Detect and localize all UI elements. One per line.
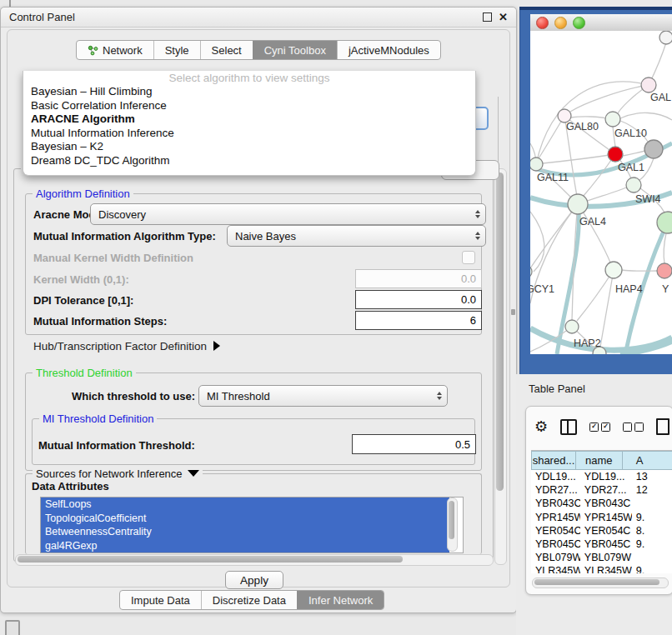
- network-node-label: GAL4: [579, 216, 606, 228]
- table-panel: ⚙ ✓✓ shared...nameAYDL19...YDL19...13YDR…: [525, 406, 672, 595]
- network-node-swi4[interactable]: [626, 178, 641, 192]
- table-settings-gear-icon[interactable]: ⚙: [534, 419, 548, 434]
- tab-style[interactable]: Style: [153, 41, 200, 59]
- table-row[interactable]: YDL19...YDL19...13: [531, 470, 672, 483]
- mi-type-combo[interactable]: Naive Bayes: [227, 225, 486, 247]
- control-panel-tabbar: Network Style Select Cyni Toolbox jActiv…: [76, 40, 441, 60]
- window-title: Control Panel: [9, 11, 75, 23]
- tab-discretize-data[interactable]: Discretize Data: [201, 591, 297, 609]
- data-attribute-item[interactable]: BetweennessCentrality: [41, 525, 449, 539]
- export-table-icon[interactable]: [656, 418, 669, 435]
- settings-vertical-scrollbar[interactable]: [494, 168, 507, 565]
- top-edge-artifact: [9, 0, 11, 7]
- network-window-titlebar[interactable]: [530, 14, 672, 32]
- table-row[interactable]: YER054CYER054C8.: [531, 524, 672, 538]
- table-cell: YDR27...: [580, 483, 632, 497]
- zoom-traffic-light-icon[interactable]: [573, 17, 585, 29]
- aracne-mode-combo[interactable]: Discovery: [90, 203, 486, 225]
- tab-network[interactable]: Network: [77, 41, 153, 59]
- table-cell: 9.: [632, 511, 672, 524]
- data-attributes-label: Data Attributes: [32, 480, 109, 492]
- mi-steps-field[interactable]: 6: [355, 311, 482, 330]
- dpi-tolerance-label: DPI Tolerance [0,1]:: [33, 294, 133, 307]
- close-traffic-light-icon[interactable]: [536, 17, 549, 29]
- network-node-gal[interactable]: [641, 78, 656, 92]
- algorithm-option[interactable]: Dream8 DC_TDC Algorithm: [23, 154, 475, 168]
- table-cell: YDR27...: [531, 483, 580, 497]
- tab-impute-data[interactable]: Impute Data: [120, 591, 201, 609]
- minimize-traffic-light-icon[interactable]: [554, 17, 567, 29]
- network-node-hap2[interactable]: [565, 320, 579, 333]
- table-row[interactable]: YBL079WYBL079W: [531, 551, 672, 564]
- network-node[interactable]: [657, 212, 672, 233]
- table-horizontal-scrollbar[interactable]: [532, 578, 669, 588]
- table-row[interactable]: YBR043CYBR043C: [531, 497, 672, 510]
- settings-horizontal-scrollbar[interactable]: [15, 554, 494, 566]
- tab-jactivemnodules[interactable]: jActiveMNodules: [337, 41, 440, 59]
- expand-right-icon[interactable]: [213, 341, 220, 351]
- data-attribute-item[interactable]: gal4RGexp: [41, 539, 449, 553]
- table-cell: YBL079W: [531, 551, 580, 564]
- network-edge: [570, 85, 649, 112]
- tab-select[interactable]: Select: [200, 41, 253, 59]
- network-node-label: GCY1: [530, 283, 554, 295]
- table-column-header[interactable]: name: [576, 451, 623, 470]
- column-visibility-icon[interactable]: [560, 419, 577, 435]
- network-node-gal4[interactable]: [568, 194, 588, 214]
- table-row[interactable]: YLR345WYLR345W9.: [531, 564, 672, 573]
- network-node-y[interactable]: [657, 263, 672, 278]
- table-column-header[interactable]: A: [623, 451, 672, 470]
- network-edge: [622, 270, 657, 271]
- combo-spinner-icon: [432, 387, 446, 405]
- mi-threshold-label: Mutual Information Threshold:: [38, 439, 195, 452]
- network-node-gal10[interactable]: [605, 112, 620, 127]
- kernel-width-field[interactable]: 0.0: [355, 269, 482, 288]
- hub-section-label[interactable]: Hub/Transcription Factor Definition: [33, 340, 220, 352]
- table-cell: YER054C: [531, 524, 580, 538]
- algorithm-option[interactable]: Bayesian – K2: [23, 140, 475, 154]
- select-all-icon[interactable]: ✓✓: [589, 422, 610, 432]
- table-cell: 8.: [632, 524, 672, 538]
- network-canvas[interactable]: GALGAL80GAL10GAL1GAL11SWI4GAL4GCY1HAP4YH…: [530, 31, 672, 354]
- table-row[interactable]: YBR045CYBR045C9.: [531, 538, 672, 551]
- deselect-all-icon[interactable]: [623, 422, 644, 432]
- algorithm-option[interactable]: Mutual Information Inference: [23, 127, 475, 141]
- network-node[interactable]: [644, 140, 663, 158]
- minimized-panel-icon[interactable]: [5, 620, 20, 635]
- combo-spinner-icon: [470, 227, 484, 245]
- sources-group-title[interactable]: Sources for Network Inference: [33, 468, 203, 480]
- tab-infer-network[interactable]: Infer Network: [297, 591, 384, 609]
- table-column-header[interactable]: shared...: [531, 451, 576, 470]
- network-edge: [543, 154, 615, 163]
- network-node-gal11[interactable]: [530, 158, 543, 171]
- algorithm-dropdown: Select algorithm to view settings Bayesi…: [23, 71, 476, 176]
- dpi-tolerance-field[interactable]: 0.0: [355, 290, 482, 309]
- close-window-icon[interactable]: ✕: [499, 13, 508, 22]
- algorithm-option[interactable]: Bayesian – Hill Climbing: [23, 85, 475, 99]
- network-node[interactable]: [659, 31, 672, 44]
- attribute-list-scrollbar[interactable]: [447, 498, 458, 552]
- which-threshold-combo[interactable]: MI Threshold: [198, 385, 448, 407]
- float-window-icon[interactable]: [483, 12, 492, 22]
- table-row[interactable]: YPR145WYPR145W9.: [531, 511, 672, 524]
- algorithm-option[interactable]: Basic Correlation Inference: [23, 99, 475, 113]
- table-row[interactable]: YDR27...YDR27...12: [531, 483, 672, 497]
- node-attribute-table: shared...nameAYDL19...YDL19...13YDR27...…: [531, 450, 672, 573]
- table-cell: YDL19...: [531, 470, 580, 483]
- panel-splitter-handle[interactable]: [511, 309, 515, 315]
- algorithm-option[interactable]: ARACNE Algorithm: [23, 112, 475, 127]
- manual-kernel-checkbox[interactable]: [462, 251, 475, 264]
- mi-threshold-field[interactable]: 0.5: [352, 434, 476, 454]
- tab-cyni-toolbox[interactable]: Cyni Toolbox: [253, 41, 337, 59]
- algorithm-dropdown-prompt: Select algorithm to view settings: [23, 71, 475, 85]
- collapse-down-icon[interactable]: [188, 470, 199, 477]
- network-node-hap4[interactable]: [605, 262, 622, 278]
- table-cell: YBR045C: [580, 538, 632, 551]
- network-edge: [530, 212, 544, 272]
- data-attribute-item[interactable]: TopologicalCoefficient: [41, 512, 449, 526]
- network-node-gal1[interactable]: [608, 147, 623, 162]
- table-cell: YBR043C: [580, 497, 632, 510]
- data-attribute-item[interactable]: SelfLoops: [41, 498, 449, 512]
- apply-button[interactable]: Apply: [225, 571, 283, 589]
- network-edge: [623, 151, 645, 156]
